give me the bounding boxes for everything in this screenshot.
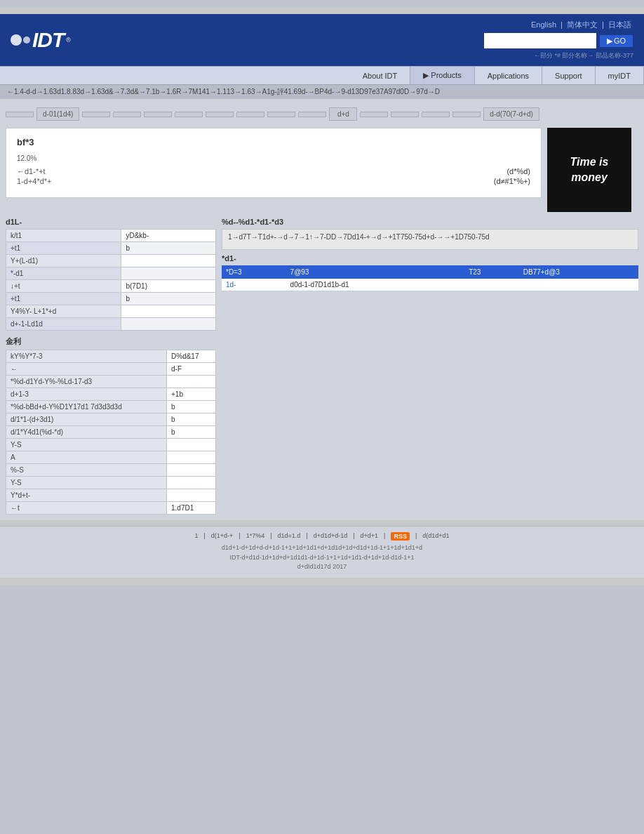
detail-label: d+1-3	[6, 388, 167, 401]
lang-english[interactable]: English	[531, 20, 556, 29]
breadcrumb: ←1.4-d-d→1.63d1.8.83d→1.63d&→7.3d&→7.1b→…	[0, 84, 644, 99]
right-panel: Time is money	[547, 128, 638, 212]
rss-badge[interactable]: RSS	[391, 532, 410, 541]
detail-label: d/1*1-(d+3d1)	[6, 413, 167, 426]
nav-myidt[interactable]: myIDT	[596, 67, 644, 84]
table-row: +t1 b	[6, 242, 216, 255]
product-title: bf*3	[17, 137, 530, 147]
go-button[interactable]: ▶ GO	[599, 34, 633, 48]
table-row: 1d- d0d-1-d7D1d1b-d1	[222, 279, 638, 291]
spec-value: b	[121, 242, 216, 255]
logo-area: IDT ®	[11, 28, 71, 52]
footer-link-3[interactable]: 1*7%4	[246, 532, 265, 541]
footer-link-2[interactable]: d(1+d-+	[211, 532, 234, 541]
table-row: *%d-d1Yd-Y%-%Ld-17-d3	[6, 376, 216, 388]
filter-cell-8[interactable]	[236, 112, 264, 117]
detail-value: +1b	[167, 388, 216, 401]
footer-link-4[interactable]: d1d=1.d	[278, 532, 301, 541]
section-details-title: 金利	[6, 336, 216, 347]
go-arrow-icon: ▶	[607, 37, 612, 46]
nav-products[interactable]: ▶ Products	[410, 67, 474, 84]
spec-label: ↓+t	[6, 280, 121, 293]
footer-copyright-right: d+dId1d17d 2017	[11, 562, 633, 572]
spec-value	[121, 318, 216, 331]
lang-japanese[interactable]: 日本語	[608, 20, 631, 29]
table-row: k/t1 yD&kb-	[6, 230, 216, 242]
part-price	[519, 279, 638, 291]
filter-cell-9[interactable]	[267, 112, 295, 117]
search-input[interactable]	[484, 33, 596, 48]
table-row: Y4%Y- L+1*+d	[6, 305, 216, 318]
nav-support[interactable]: Support	[542, 67, 596, 84]
specs-table: k/t1 yD&kb- +t1 b Y+(L-d1) *-d1	[6, 229, 216, 331]
part-spec	[464, 279, 519, 291]
spec-label: +t1	[6, 293, 121, 305]
filter-cell-15[interactable]	[452, 112, 481, 117]
table-row: d+-1-Ld1d	[6, 318, 216, 331]
spec-label: d+-1-Ld1d	[6, 318, 121, 331]
detail-label: Y-S	[6, 477, 167, 489]
product-info-box: bf*3 12.0% ←d1-*+t (d*%d) 1-d+4*d*+ (d≠#…	[6, 128, 542, 198]
detail-label: d/1*Y4d1(%d-*d)	[6, 426, 167, 439]
table-row: d/1*Y4d1(%d-*d) b	[6, 426, 216, 439]
filter-cell-4[interactable]	[113, 112, 141, 117]
part-list-title: *d1-	[222, 254, 638, 263]
spec-label: k/t1	[6, 230, 121, 242]
spec-value	[121, 255, 216, 267]
filter-cell-16[interactable]: d-d(70(7-d+d)	[483, 107, 539, 121]
footer-link-5[interactable]: d+d1d+d-1d	[314, 532, 348, 541]
part-number[interactable]: 1d-	[222, 279, 286, 291]
detail-label: A	[6, 451, 167, 464]
filter-cell-13[interactable]	[391, 112, 419, 117]
detail-label: *%d-d1Yd-Y%-%Ld-17-d3	[6, 376, 167, 388]
filter-cell-10[interactable]	[298, 112, 326, 117]
table-row: d/1*1-(d+3d1) b	[6, 413, 216, 426]
filter-cell-2[interactable]: d-01(1d4)	[36, 107, 79, 121]
filter-cell-6[interactable]	[175, 112, 203, 117]
spec-label: Y4%Y- L+1*+d	[6, 305, 121, 318]
footer-link-6[interactable]: d+d+1	[361, 532, 379, 541]
lang-chinese[interactable]: 简体中文	[567, 20, 598, 29]
table-row: *%d-bBd+d-Y%D1Y17d1 7d3d3d3d b	[6, 401, 216, 413]
ad-banner[interactable]: Time is money	[547, 128, 631, 212]
product-row-2: 1-d+4*d*+ (d≠#1*%+)	[17, 177, 530, 185]
product-label-2: 1-d+4*d*+	[17, 177, 52, 185]
table-row: ←t 1.d7D1	[6, 502, 216, 515]
filter-cell-1[interactable]	[6, 112, 34, 117]
nav-applications[interactable]: Applications	[475, 67, 542, 84]
filter-cell-5[interactable]	[144, 112, 172, 117]
header-right: English | 简体中文 | 日本語 ▶ GO ←部分 *# 部分名称→ 部…	[484, 20, 633, 60]
col-part-num: *D=3	[222, 265, 286, 279]
filter-cell-14[interactable]	[422, 112, 450, 117]
detail-label: Y-S	[6, 439, 167, 451]
detail-value: d-F	[167, 363, 216, 376]
detail-label: ←	[6, 363, 167, 376]
col-temp: T23	[464, 265, 519, 279]
spec-value: b(7D1)	[121, 280, 216, 293]
footer: 1 | d(1+d-+ | 1*7%4 | d1d=1.d | d+d1d+d-…	[0, 526, 644, 578]
footer-copyright-center: IDT-d+d1d-1d+1d+d+1d1d1-d+1d-1+1+1d+1d1-…	[11, 553, 633, 563]
navigation-bar: About IDT ▶ Products Applications Suppor…	[0, 66, 644, 84]
product-value-1: (d*%d)	[507, 167, 530, 176]
filter-cell-7[interactable]	[206, 112, 234, 117]
table-row: +t1 b	[6, 293, 216, 305]
logo-text: IDT	[32, 28, 64, 52]
filter-cell-11[interactable]: d+d	[329, 107, 357, 121]
nav-about-idt[interactable]: About IDT	[350, 67, 411, 84]
filter-cell-3[interactable]	[82, 112, 110, 117]
section-specs-title: d1L-	[6, 218, 216, 226]
detail-value: 1.d7D1	[167, 502, 216, 515]
table-row: A	[6, 451, 216, 464]
table-row: Y+(L-d1)	[6, 255, 216, 267]
detail-label: %-S	[6, 464, 167, 477]
footer-link-8[interactable]: d(d1d+d1	[422, 532, 449, 541]
table-row: ← d-F	[6, 363, 216, 376]
detail-value	[167, 451, 216, 464]
product-row-1: ←d1-*+t (d*%d)	[17, 167, 530, 176]
filter-cell-12[interactable]	[360, 112, 388, 117]
search-area: ▶ GO	[484, 33, 633, 48]
footer-link-1[interactable]: 1	[194, 532, 198, 541]
table-row: kY%Y*7-3 D%d&17	[6, 350, 216, 363]
header: IDT ® English | 简体中文 | 日本語 ▶ GO ←部分 *# 部…	[0, 14, 644, 66]
table-row: Y*d+t-	[6, 489, 216, 502]
